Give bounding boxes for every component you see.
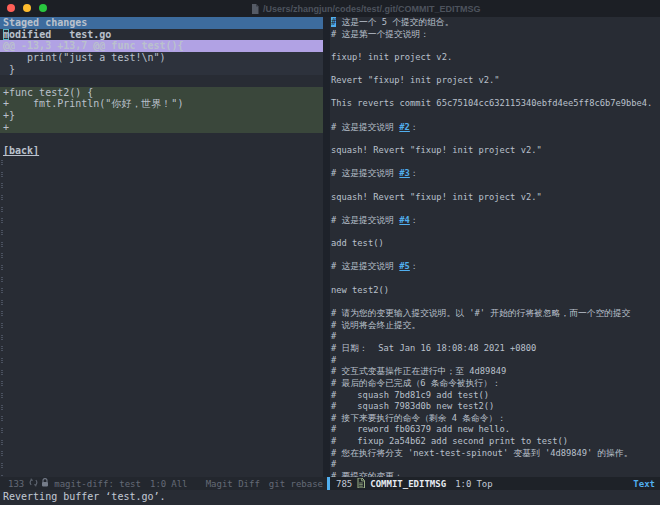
text-segment: ： [410, 261, 419, 271]
commit-line[interactable]: # 您在执行将分支 'next-test-spinout' 变基到 '4d898… [330, 448, 660, 460]
commit-line[interactable]: # fixup 2a54b62 add second print to test… [330, 436, 660, 448]
diff-line[interactable]: + fmt.Println("你好，世界！") [0, 98, 323, 110]
cursor-position: 1:0 [455, 479, 471, 489]
commit-line[interactable] [330, 273, 660, 285]
text-segment: # 这是提交说明 [331, 122, 399, 132]
commit-line[interactable]: # [330, 355, 660, 367]
commit-line[interactable]: Revert "fixup! init project v2." [330, 75, 660, 87]
commit-line[interactable]: # reword fb06379 add new hello. [330, 424, 660, 436]
commit-ref-link[interactable]: #2 [399, 122, 410, 132]
diff-line[interactable] [0, 75, 323, 87]
commit-line[interactable]: # 这是一个 5 个提交的组合。 [330, 17, 660, 29]
commit-line[interactable]: # 交互式变基操作正在进行中；至 4d89849 [330, 366, 660, 378]
commit-line[interactable]: # 请为您的变更输入提交说明。以 '#' 开始的行将被忽略，而一个空的提交 [330, 308, 660, 320]
modeline-inactive: 133 magit-diff: test 1:0 All Magit Diff … [0, 477, 327, 490]
commit-line[interactable] [330, 110, 660, 122]
diff-line[interactable]: + [0, 122, 323, 134]
diff-line[interactable]: +} [0, 110, 323, 122]
commit-line[interactable]: # 这是提交说明 #4： [330, 215, 660, 227]
text-segment: ： [410, 122, 419, 132]
commit-line[interactable]: squash! Revert "fixup! init project v2." [330, 192, 660, 204]
document-icon [357, 478, 365, 490]
commit-line[interactable]: add test() [330, 238, 660, 250]
titlebar: /Users/zhangjun/codes/test/.git/COMMIT_E… [0, 0, 660, 17]
diff-line[interactable]: @@ -13,3 +13,7 @@ func test(){ [0, 40, 323, 52]
window-title: /Users/zhangjun/codes/test/.git/COMMIT_E… [263, 4, 481, 14]
scroll-position: All [171, 479, 187, 489]
buffer-size: 785 [336, 479, 352, 489]
diff-line[interactable]: [back] [0, 145, 323, 157]
commit-line[interactable]: # 最后的命令已完成（6 条命令被执行）： [330, 378, 660, 390]
commit-line[interactable] [330, 250, 660, 262]
diff-line[interactable] [0, 133, 323, 145]
commit-line[interactable]: new test2() [330, 285, 660, 297]
document-icon [251, 4, 259, 14]
commit-line[interactable] [330, 64, 660, 76]
refresh-icon [29, 478, 38, 489]
commit-editmsg-buffer[interactable]: # 这是一个 5 个提交的组合。# 这是第一个提交说明：fixup! init … [330, 17, 660, 477]
text-segment: ： [410, 215, 419, 225]
commit-line[interactable]: # 日期： Sat Jan 16 18:08:48 2021 +0800 [330, 343, 660, 355]
major-mode[interactable]: Text [633, 479, 655, 489]
commit-line[interactable]: # 说明将会终止提交。 [330, 320, 660, 332]
commit-line[interactable]: # squash 7bd81c9 add test() [330, 390, 660, 402]
commit-line[interactable]: # 这是提交说明 #5： [330, 261, 660, 273]
commit-line[interactable] [330, 180, 660, 192]
echo-area: Reverting buffer ‘test.go’. [0, 490, 660, 505]
commit-line[interactable]: This reverts commit 65c75104cc632115340e… [330, 98, 660, 110]
buffer-name: COMMIT_EDITMSG [370, 479, 446, 489]
text-segment: # 这是提交说明 [331, 215, 399, 225]
commit-line[interactable]: # 这是提交说明 #2： [330, 122, 660, 134]
text-segment: 这是一个 5 个提交的组合。 [336, 17, 453, 27]
text-segment: ： [410, 168, 419, 178]
commit-line[interactable]: # 这是提交说明 #3： [330, 168, 660, 180]
commit-line[interactable]: squash! Revert "fixup! init project v2." [330, 145, 660, 157]
commit-line[interactable] [330, 227, 660, 239]
commit-ref-link[interactable]: #3 [399, 168, 410, 178]
commit-line[interactable] [330, 157, 660, 169]
commit-line[interactable]: # [330, 459, 660, 471]
minimize-button[interactable] [23, 4, 31, 12]
commit-line[interactable]: # 这是第一个提交说明： [330, 29, 660, 41]
diff-line[interactable]: print("just a test!\n") [0, 52, 323, 64]
magit-diff-buffer[interactable]: Staged changesmodified test.go@@ -13,3 +… [0, 17, 323, 477]
buffer-size: 133 [8, 479, 24, 489]
commit-ref-link[interactable]: #5 [399, 261, 410, 271]
commit-line[interactable] [330, 133, 660, 145]
buffer-name: magit-diff: test [54, 479, 141, 489]
commit-line[interactable]: fixup! init project v2. [330, 52, 660, 64]
commit-line[interactable]: # squash 7983d0b new test2() [330, 401, 660, 413]
modeline-active: 785 COMMIT_EDITMSG 1:0 Top Text [327, 477, 660, 490]
diff-line[interactable]: modified test.go [0, 29, 323, 41]
text-segment: odified test.go [9, 29, 111, 40]
lock-icon [41, 478, 49, 489]
emacs-window: /Users/zhangjun/codes/test/.git/COMMIT_E… [0, 0, 660, 505]
commit-line[interactable] [330, 296, 660, 308]
close-button[interactable] [7, 4, 15, 12]
commit-line[interactable] [330, 203, 660, 215]
empty-line-fringe-indicator [1, 160, 3, 477]
vc-state[interactable]: git rebase [269, 479, 323, 489]
window-divider[interactable] [323, 17, 330, 477]
major-mode[interactable]: Magit Diff [206, 479, 260, 489]
commit-line[interactable]: # 接下来要执行的命令（剩余 4 条命令）： [330, 413, 660, 425]
diff-line[interactable]: } [0, 64, 323, 76]
commit-line[interactable] [330, 40, 660, 52]
text-segment: # 这是提交说明 [331, 168, 399, 178]
cursor-position: 1:0 [150, 479, 166, 489]
commit-line[interactable] [330, 87, 660, 99]
diff-line[interactable]: Staged changes [0, 17, 323, 29]
text-segment: # 这是提交说明 [331, 261, 399, 271]
scroll-position: Top [476, 479, 492, 489]
commit-line[interactable]: # [330, 331, 660, 343]
zoom-button[interactable] [39, 4, 47, 12]
commit-ref-link[interactable]: #4 [399, 215, 410, 225]
diff-line[interactable]: +func test2() { [0, 87, 323, 99]
